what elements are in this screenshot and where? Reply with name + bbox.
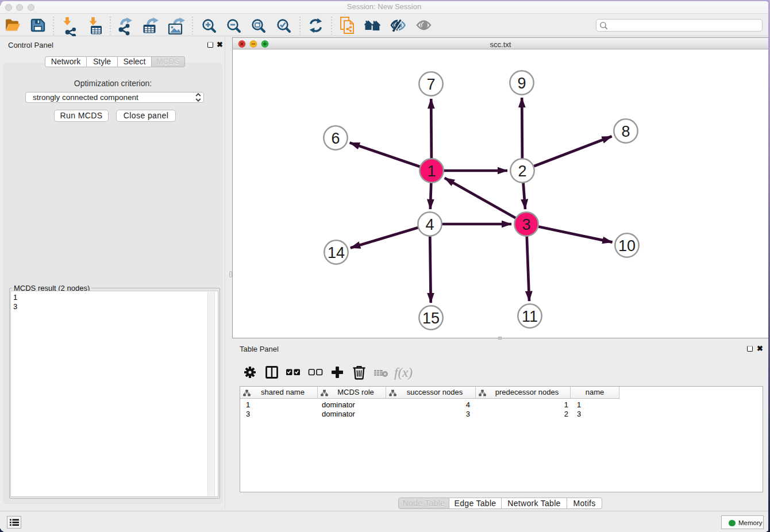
svg-text:8: 8 bbox=[621, 123, 630, 140]
svg-text:2: 2 bbox=[518, 163, 526, 180]
svg-text:1: 1 bbox=[427, 163, 436, 180]
svg-text:15: 15 bbox=[422, 310, 440, 327]
svg-text:7: 7 bbox=[426, 76, 435, 93]
svg-text:f(x): f(x) bbox=[394, 365, 413, 380]
svg-text:3: 3 bbox=[522, 216, 530, 233]
svg-text:11: 11 bbox=[522, 308, 538, 325]
svg-text:9: 9 bbox=[517, 75, 526, 92]
svg-text:14: 14 bbox=[328, 244, 345, 261]
svg-text:6: 6 bbox=[331, 130, 340, 147]
svg-text:4: 4 bbox=[425, 216, 434, 233]
svg-text:10: 10 bbox=[618, 237, 636, 255]
